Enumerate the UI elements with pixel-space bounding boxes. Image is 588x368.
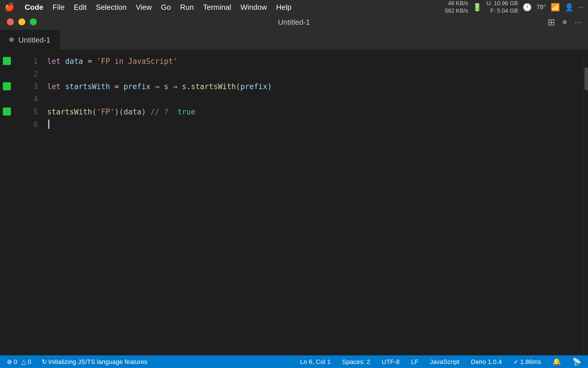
traffic-lights	[0, 14, 44, 30]
line-num-3: 3	[33, 80, 38, 93]
time-item: ✓ 1.86ms	[511, 355, 543, 368]
network-stats: 48 KB/s 582 KB/s	[445, 0, 468, 14]
menu-item-terminal[interactable]: Terminal	[198, 1, 236, 12]
menu-item-selection[interactable]: Selection	[91, 1, 131, 12]
editor-tab[interactable]: Untitled-1	[0, 29, 60, 49]
menu-item-edit[interactable]: Edit	[69, 1, 91, 12]
menu-bar-left: 🍎 Code File Edit Selection View Go Run T…	[5, 1, 445, 12]
code-line-5: startsWith ( 'FP' )( data ) // ? true	[47, 105, 583, 118]
close-button[interactable]	[7, 18, 14, 25]
bell-item[interactable]: 🔔	[550, 355, 563, 368]
tab-label: Untitled-1	[18, 35, 50, 44]
clock-icon: 🕐	[523, 3, 532, 11]
network-up: 48 KB/s	[448, 0, 468, 7]
encoding-label: UTF-8	[382, 358, 399, 365]
string-value: 'FP in JavaScript'	[96, 57, 177, 65]
window-title: Untitled-1	[278, 18, 310, 26]
tab-bar: Untitled-1	[0, 30, 588, 50]
line-ending-item[interactable]: LF	[409, 355, 421, 368]
warning-icon: △	[21, 358, 26, 365]
error-icon: ⊗	[7, 358, 12, 365]
var-startswith: startsWith	[65, 82, 110, 91]
deno-item[interactable]: Deno 1.0.4	[469, 355, 504, 368]
str-fp: 'FP'	[96, 107, 115, 116]
sync-icon: ↻	[42, 358, 47, 365]
line-num-6: 6	[33, 118, 38, 131]
battery-icon: 🔋	[473, 3, 482, 11]
comment-question: // ?	[150, 107, 169, 116]
menu-item-window[interactable]: Window	[236, 1, 272, 12]
language-label: JavaScript	[430, 358, 459, 365]
gutter-line5	[3, 105, 11, 118]
storage-u: U: 10.96 GB	[486, 0, 518, 7]
breakpoint-3[interactable]	[3, 82, 11, 90]
deno-label: Deno 1.0.4	[471, 358, 502, 365]
cursor-position: Ln 6, Col 1	[300, 358, 330, 365]
storage-f: F: 5.04 GB	[490, 7, 518, 14]
keyword-let-3: let	[47, 82, 61, 91]
breakpoint-1[interactable]	[3, 57, 11, 65]
encoding-item[interactable]: UTF-8	[379, 355, 402, 368]
line-num-1: 1	[33, 55, 38, 67]
gutter-line3	[3, 80, 11, 93]
minimize-button[interactable]	[18, 18, 25, 25]
title-bar: Untitled-1 ⊞ ● ···	[0, 14, 588, 30]
code-editor[interactable]: let data = 'FP in JavaScript' let starts…	[42, 50, 583, 355]
storage-stats: U: 10.96 GB F: 5.04 GB	[486, 0, 518, 14]
language-item[interactable]: JavaScript	[428, 355, 462, 368]
split-editor-icon[interactable]: ⊞	[548, 16, 555, 27]
code-line-2	[47, 67, 583, 80]
keyword-let-1: let	[47, 57, 61, 65]
line-num-4: 4	[33, 93, 38, 105]
param-s: s	[164, 82, 169, 91]
menu-item-run[interactable]: Run	[175, 1, 198, 12]
editor-gutter	[0, 50, 14, 355]
chain-s: s.	[182, 82, 191, 91]
init-message-item: ↻ Initializing JS/TS language features	[39, 355, 150, 368]
error-count-item[interactable]: ⊗ 0 △ 0	[5, 355, 34, 368]
init-message: Initializing JS/TS language features	[49, 358, 148, 365]
gutter-line1	[3, 55, 11, 67]
status-bar-left: ⊗ 0 △ 0 ↻ Initializing JS/TS language fe…	[5, 355, 150, 368]
line-numbers: 1 2 3 4 5 6	[14, 50, 42, 355]
spaces-label: Spaces: 2	[342, 358, 370, 365]
scrollbar-area[interactable]	[583, 50, 588, 355]
menu-bar-right: 48 KB/s 582 KB/s 🔋 U: 10.96 GB F: 5.04 G…	[445, 0, 583, 14]
text-cursor	[48, 120, 49, 129]
user-icon: 👤	[564, 3, 574, 11]
breakpoint-5[interactable]	[3, 108, 11, 116]
fn-call-startswith: startsWith	[47, 107, 92, 116]
code-line-1: let data = 'FP in JavaScript'	[47, 55, 583, 67]
temperature: 78°	[536, 3, 546, 10]
status-bar-right: Ln 6, Col 1 Spaces: 2 UTF-8 LF JavaScrip…	[298, 355, 583, 368]
bell-icon: 🔔	[552, 358, 561, 366]
menu-item-view[interactable]: View	[131, 1, 156, 12]
error-count: 0	[14, 358, 17, 365]
wifi-icon: 📶	[551, 3, 560, 11]
method-startswith: startsWith	[191, 82, 236, 91]
scrollbar-thumb[interactable]	[585, 67, 588, 90]
title-bar-left	[0, 14, 44, 30]
menu-item-file[interactable]: File	[48, 1, 69, 12]
title-bar-right: ⊞ ● ···	[548, 16, 581, 27]
menu-item-go[interactable]: Go	[156, 1, 176, 12]
code-line-3: let startsWith = prefix ⇒ s ⇒ s. startsW…	[47, 80, 583, 93]
cursor-position-item[interactable]: Ln 6, Col 1	[298, 355, 333, 368]
menu-bar: 🍎 Code File Edit Selection View Go Run T…	[0, 0, 588, 14]
network-down: 582 KB/s	[445, 7, 468, 14]
time-label: ✓ 1.86ms	[513, 358, 541, 365]
apple-logo-icon[interactable]: 🍎	[5, 2, 14, 12]
menu-item-help[interactable]: Help	[272, 1, 296, 12]
code-line-6	[47, 118, 583, 131]
more-icon[interactable]: ···	[578, 3, 583, 10]
tab-unsaved-dot	[9, 37, 14, 42]
result-true: true	[177, 107, 196, 116]
broadcast-item[interactable]: 📡	[570, 355, 583, 368]
arg-data: data	[123, 107, 142, 116]
maximize-button[interactable]	[30, 18, 37, 25]
spaces-item[interactable]: Spaces: 2	[340, 355, 372, 368]
more-actions-icon[interactable]: ···	[575, 17, 581, 26]
menu-item-code[interactable]: Code	[20, 1, 48, 12]
status-bar: ⊗ 0 △ 0 ↻ Initializing JS/TS language fe…	[0, 355, 588, 368]
line-num-2: 2	[33, 67, 38, 80]
